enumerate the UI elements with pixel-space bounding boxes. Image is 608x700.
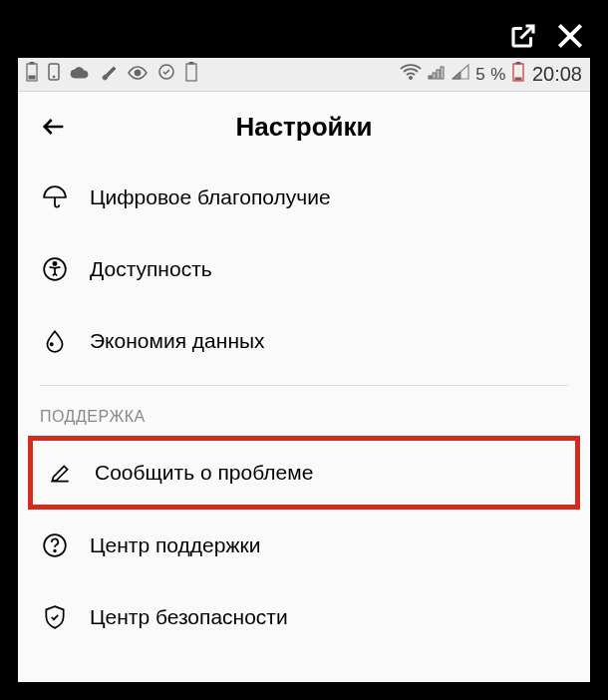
back-button[interactable] xyxy=(34,107,74,147)
menu-label: Цифровое благополучие xyxy=(90,185,331,209)
close-icon[interactable] xyxy=(554,20,586,56)
sync-icon xyxy=(157,63,175,86)
svg-rect-2 xyxy=(29,76,35,79)
battery-status-icon xyxy=(512,62,524,87)
header: Настройки xyxy=(18,92,590,162)
svg-rect-8 xyxy=(189,62,193,64)
help-icon xyxy=(40,530,70,560)
torn-edge xyxy=(18,670,590,684)
phone-screen: 5 % 20:08 Настройки xyxy=(18,58,590,682)
cloud-icon xyxy=(70,65,90,85)
accessibility-icon xyxy=(40,254,70,284)
open-external-icon[interactable] xyxy=(508,21,538,55)
svg-rect-12 xyxy=(437,70,440,79)
clock: 20:08 xyxy=(532,63,582,86)
device-frame: 5 % 20:08 Настройки xyxy=(0,0,608,700)
svg-point-4 xyxy=(53,76,55,78)
page-title: Настройки xyxy=(235,112,372,143)
menu-label: Экономия данных xyxy=(90,329,265,353)
svg-rect-10 xyxy=(429,76,432,79)
frame-controls xyxy=(508,18,586,58)
svg-point-5 xyxy=(135,70,141,76)
section-header-support: ПОДДЕРЖКА xyxy=(18,394,590,436)
shield-icon xyxy=(40,602,70,632)
menu-item-accessibility[interactable]: Доступность xyxy=(18,233,590,305)
eye-icon xyxy=(128,65,148,85)
menu-item-data-saver[interactable]: Экономия данных xyxy=(18,305,590,377)
wifi-icon xyxy=(400,64,422,85)
umbrella-icon xyxy=(40,182,70,212)
highlight-frame: Сообщить о проблеме xyxy=(28,436,580,510)
svg-point-21 xyxy=(54,550,56,552)
menu-label: Центр поддержки xyxy=(90,533,260,557)
svg-rect-15 xyxy=(516,62,520,64)
signal-icon-1 xyxy=(428,64,446,85)
svg-rect-1 xyxy=(30,62,34,64)
battery-low-icon xyxy=(26,62,38,87)
menu-item-safety-center[interactable]: Центр безопасности xyxy=(18,581,590,653)
menu-label: Сообщить о проблеме xyxy=(95,461,313,485)
menu-item-report-problem[interactable]: Сообщить о проблеме xyxy=(33,441,575,505)
svg-point-9 xyxy=(410,77,413,80)
brush-icon xyxy=(100,63,118,86)
phone-icon xyxy=(48,63,60,86)
menu-item-wellbeing[interactable]: Цифровое благополучие xyxy=(18,162,590,233)
signal-icon-2 xyxy=(452,64,469,85)
settings-content: Настройки Цифровое благополучие xyxy=(18,92,590,682)
menu-label: Центр безопасности xyxy=(90,605,288,629)
svg-point-19 xyxy=(51,343,53,345)
battery-icon-2 xyxy=(185,62,197,87)
svg-rect-13 xyxy=(441,67,444,79)
svg-point-18 xyxy=(53,262,56,265)
status-bar: 5 % 20:08 xyxy=(18,58,590,92)
divider xyxy=(40,385,568,386)
svg-rect-16 xyxy=(515,78,521,80)
battery-percent: 5 % xyxy=(475,65,506,85)
svg-rect-7 xyxy=(186,64,196,81)
menu-label: Доступность xyxy=(90,257,212,281)
svg-rect-11 xyxy=(433,73,436,79)
edit-icon xyxy=(45,458,75,488)
drop-icon xyxy=(40,326,70,356)
menu-item-help-center[interactable]: Центр поддержки xyxy=(18,510,590,581)
